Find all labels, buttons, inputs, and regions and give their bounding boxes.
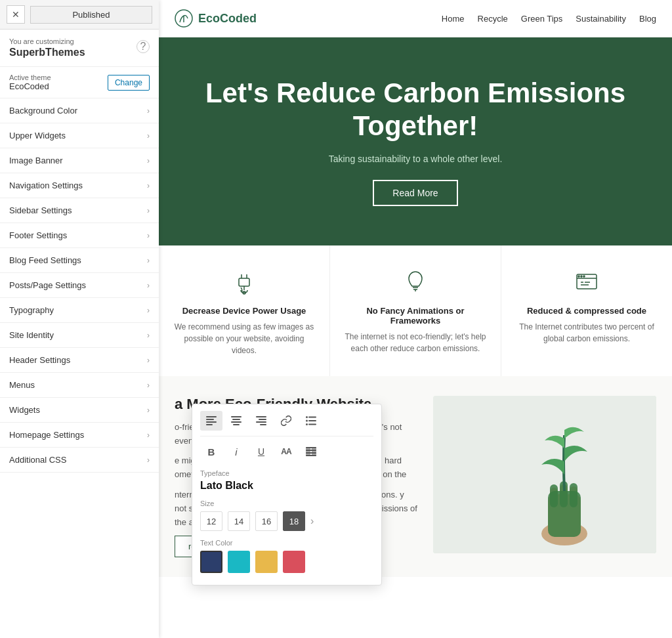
feature-card-1: Decrease Device Power Usage We recommend… [159,245,330,376]
color-swatch-yellow[interactable] [255,551,278,573]
nav-home[interactable]: Home [442,14,465,24]
svg-rect-30 [231,416,242,417]
chevron-right-icon: › [147,406,150,415]
chevron-right-icon: › [147,106,150,116]
svg-point-14 [581,276,582,277]
svg-rect-49 [306,455,316,456]
menu-item-label: Homepage Settings [9,430,84,440]
nav-recycle[interactable]: Recycle [478,14,508,24]
sidebar-item-additional-css[interactable]: Additional CSS › [0,448,159,473]
hero-cta-button[interactable]: Read More [373,180,457,206]
close-button[interactable]: ✕ [7,5,25,24]
columns-button[interactable] [300,442,322,461]
align-center-button[interactable] [225,411,247,431]
align-right-button[interactable] [250,411,272,431]
sidebar-item-site-identity[interactable]: Site Identity › [0,323,159,348]
sidebar-item-image-banner[interactable]: Image Banner › [0,148,159,173]
size-12-button[interactable]: 12 [200,511,222,531]
color-swatch-navy[interactable] [200,551,222,573]
svg-rect-46 [306,447,316,448]
published-button[interactable]: Published [30,6,152,24]
feature-desc-3: The Internet contributes two percent of … [514,321,659,345]
sidebar-item-posts-page-settings[interactable]: Posts/Page Settings › [0,273,159,298]
sidebar: ✕ Published You are customizing SuperbTh… [0,0,159,638]
chevron-right-icon: › [147,456,150,465]
nav-green-tips[interactable]: Green Tips [521,14,563,24]
color-swatch-teal[interactable] [228,551,250,573]
size-14-button[interactable]: 14 [228,511,250,531]
sidebar-item-typography[interactable]: Typography › [0,298,159,323]
chevron-right-icon: › [147,381,150,390]
sidebar-item-upper-widgets[interactable]: Upper Widgets › [0,123,159,148]
logo-text: EcoCoded [198,12,257,26]
sidebar-item-blog-feed-settings[interactable]: Blog Feed Settings › [0,248,159,273]
svg-rect-44 [306,447,310,456]
svg-rect-23 [550,484,558,507]
italic-button[interactable]: i [225,442,247,461]
customize-info: You are customizing SuperbThemes ? [0,30,159,67]
sidebar-item-widgets[interactable]: Widgets › [0,398,159,423]
color-section: Text Color [200,539,373,573]
size-18-button[interactable]: 18 [283,511,305,531]
power-plug-icon [228,265,261,298]
size-16-button[interactable]: 16 [255,511,278,531]
sidebar-item-homepage-settings[interactable]: Homepage Settings › [0,423,159,448]
sidebar-item-sidebar-settings[interactable]: Sidebar Settings › [0,198,159,223]
chevron-right-icon: › [147,231,150,240]
svg-rect-39 [308,417,316,418]
content-image [433,396,656,553]
svg-rect-36 [256,421,266,423]
sidebar-item-header-settings[interactable]: Header Settings › [0,348,159,373]
size-next-button[interactable]: › [310,515,314,527]
font-size-button[interactable]: AA [275,442,297,461]
customize-label: You are customizing [9,37,150,45]
menu-item-label: Typography [9,305,54,315]
menu-item-label: Header Settings [9,355,70,365]
menu-item-label: Image Banner [9,156,63,165]
hero-title: Let's Reduce Carbon Emissions Together! [185,77,646,143]
sidebar-item-navigation-settings[interactable]: Navigation Settings › [0,173,159,198]
chevron-right-icon: › [147,181,150,190]
help-icon[interactable]: ? [136,40,150,53]
list-button[interactable] [300,411,322,431]
nav-sustainability[interactable]: Sustainability [576,14,626,24]
sidebar-item-footer-settings[interactable]: Footer Settings › [0,223,159,248]
sidebar-item-menus[interactable]: Menus › [0,373,159,398]
color-swatches [200,551,373,573]
change-theme-button[interactable]: Change [108,75,150,91]
svg-point-42 [306,423,308,425]
bold-button[interactable]: B [200,442,222,461]
feature-card-2: No Fancy Animations or Frameworks The in… [330,245,501,376]
size-label: Size [200,500,373,507]
chevron-right-icon: › [147,256,150,265]
svg-rect-32 [231,421,242,423]
color-swatch-red[interactable] [283,551,305,573]
menu-item-label: Blog Feed Settings [9,255,81,265]
chevron-right-icon: › [147,431,150,440]
features-row: Decrease Device Power Usage We recommend… [159,245,672,376]
underline-button[interactable]: U [250,442,272,461]
svg-rect-45 [312,447,316,456]
nav-links: Home Recycle Green Tips Sustainability B… [442,14,656,24]
customize-theme-name: SuperbThemes [9,47,150,58]
lightbulb-icon [399,265,432,298]
sidebar-item-background-color[interactable]: Background Color › [0,98,159,123]
sidebar-menu: Background Color › Upper Widgets › Image… [0,98,159,638]
toolbar-row-alignment [200,411,373,436]
menu-item-label: Posts/Page Settings [9,280,86,290]
site-logo: EcoCoded [175,9,257,28]
svg-rect-27 [206,419,214,420]
align-left-button[interactable] [200,411,222,431]
menu-item-label: Navigation Settings [9,181,83,190]
chevron-right-icon: › [147,206,150,215]
svg-rect-47 [306,450,316,451]
feature-title-1: Decrease Device Power Usage [172,306,316,316]
menu-item-label: Footer Settings [9,230,67,240]
svg-point-13 [578,276,579,277]
nav-blog[interactable]: Blog [639,14,656,24]
feature-desc-1: We recommend using as few images as poss… [172,321,316,356]
color-label: Text Color [200,539,373,547]
menu-item-label: Menus [9,380,35,390]
link-button[interactable] [275,411,297,431]
feature-title-3: Reduced & compressed code [514,306,659,316]
